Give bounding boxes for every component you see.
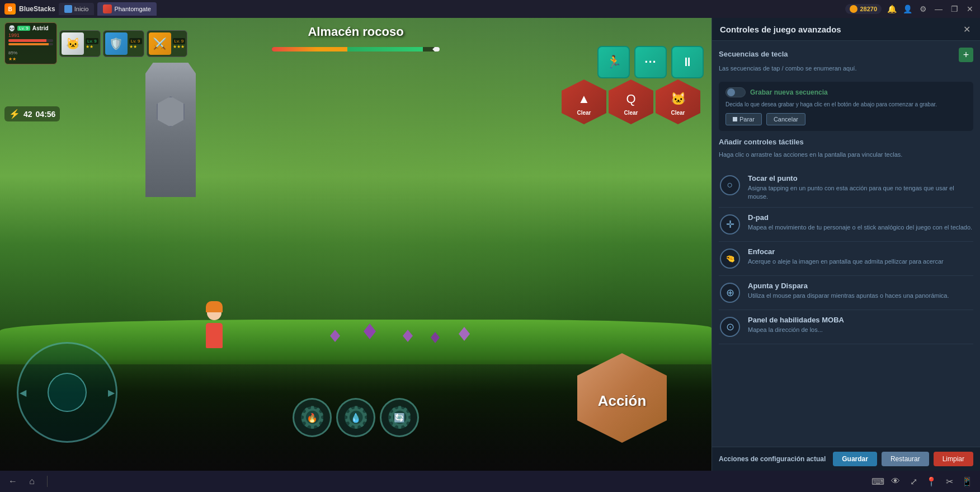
record-toggle[interactable]: [725, 87, 746, 97]
section-keys-title: Secuencias de tecla: [719, 50, 788, 58]
skull-icon: 💀: [8, 25, 15, 31]
section-touch-title: Añadir controles táctiles: [719, 138, 973, 146]
skill-btn-2[interactable]: ⚙ 💧: [336, 398, 375, 437]
progress-bar-fill2: [347, 47, 423, 51]
skill-gear-1: ⚙: [299, 400, 326, 435]
ally1-avatar: 🐱: [62, 32, 84, 55]
dpad-text: D-pad Mapea el movimiento de tu personaj…: [748, 213, 973, 232]
touch-icon-wrap: ○: [719, 174, 741, 196]
tab-inicio-icon: [64, 5, 72, 13]
tab-inicio[interactable]: Inicio: [59, 3, 95, 15]
hex-buttons-row: ▲ Clear Q Clear 🐱 Clear: [562, 79, 700, 124]
moba-icon-wrap: ⊙: [719, 316, 741, 338]
pause-btn[interactable]: ⏸: [671, 46, 704, 78]
hex-btn-3[interactable]: 🐱 Clear: [656, 79, 700, 124]
hex-btn-1[interactable]: ▲ Clear: [562, 79, 606, 124]
settings-btn[interactable]: ⚙: [917, 3, 929, 15]
focus-desc: Acerque o aleje la imagen en pantalla qu…: [748, 257, 973, 266]
ally3-stars: ★★★: [173, 44, 186, 49]
teal-btns-row: 🏃 ··· ⏸: [597, 46, 704, 78]
aim-icon-wrap: ⊕: [719, 282, 741, 304]
guardar-btn[interactable]: Guardar: [833, 452, 877, 466]
profile-btn[interactable]: 👤: [902, 3, 913, 15]
record-toggle-row: Grabar nueva secuencia: [725, 87, 967, 97]
game-area[interactable]: 💀 Lv. 9 Astrid 1991 85% ★★ 🐱: [0, 18, 712, 471]
hex-btn-2[interactable]: Q Clear: [609, 79, 653, 124]
chat-btn[interactable]: ···: [634, 46, 667, 78]
ally2-avatar: 🛡️: [105, 32, 128, 55]
focus-icon-wrap: 🤏: [719, 247, 741, 270]
home-btn[interactable]: ⌂: [26, 475, 38, 488]
progress-bar-container: [272, 47, 440, 51]
control-item-touch: ○ Tocar el punto Asigna tapping en un pu…: [719, 168, 973, 208]
restaurar-btn[interactable]: Restaurar: [882, 452, 929, 466]
location-btn[interactable]: 📍: [925, 475, 937, 488]
cancel-btn[interactable]: Cancelar: [766, 113, 805, 125]
astrid-hp-val: 1991: [8, 32, 53, 38]
maximize-btn[interactable]: ❐: [949, 3, 960, 15]
skill-btn-3[interactable]: ⚙ 🔄: [380, 398, 419, 437]
section-keys: Secuencias de tecla + Las secuencias de …: [719, 48, 973, 73]
hex-btn-1-label: Clear: [562, 110, 606, 116]
tab-game[interactable]: Phantomgate: [97, 2, 156, 16]
right-panel: Controles de juego avanzados ✕ Secuencia…: [712, 18, 980, 471]
panel-header: Controles de juego avanzados ✕: [712, 18, 980, 41]
aim-icon: ⊕: [720, 283, 740, 303]
run-btn[interactable]: 🏃: [597, 46, 630, 78]
ally2-card: 🛡️ Lv. 9 ★★: [103, 30, 144, 57]
footer-config-title: Acciones de configuración actual: [719, 455, 826, 463]
pause-icon: ⏸: [681, 55, 694, 69]
expand-btn[interactable]: ⤢: [907, 475, 920, 488]
stone-monolith: [145, 63, 196, 197]
panel-close-btn[interactable]: ✕: [961, 24, 972, 35]
joystick-right-arrow: ▶: [108, 387, 115, 398]
hex-btn-3-label: Clear: [656, 110, 700, 116]
keyboard-btn[interactable]: ⌨: [871, 475, 884, 488]
game-timer: 04:56: [36, 110, 56, 119]
main-content: 💀 Lv. 9 Astrid 1991 85% ★★ 🐱: [0, 18, 980, 471]
panel-footer: Acciones de configuración actual Guardar…: [712, 447, 980, 471]
joystick-outer[interactable]: [17, 342, 117, 443]
touch-text: Tocar el punto Asigna tapping en un punt…: [748, 174, 973, 202]
skill-gear-3: ⚙: [386, 400, 413, 435]
lightning-icon: ⚡: [9, 109, 20, 119]
control-item-focus: 🤏 Enfocar Acerque o aleje la imagen en p…: [719, 242, 973, 276]
ally2-level: Lv. 9: [129, 38, 142, 44]
progress-diamond: [432, 47, 440, 51]
record-buttons: Parar Cancelar: [725, 113, 967, 125]
taskbar-right: ⌨ 👁 ⤢ 📍 ✂ 📱: [871, 475, 973, 488]
back-btn[interactable]: ←: [7, 475, 19, 488]
notification-btn[interactable]: 🔔: [886, 3, 897, 15]
title-bar: B BlueStacks Inicio Phantomgate 28270 🔔 …: [0, 0, 980, 18]
joystick-area[interactable]: ◀ ▶: [17, 342, 117, 443]
joystick-inner[interactable]: [48, 373, 87, 412]
joystick-left-arrow: ◀: [20, 387, 26, 398]
eye-btn[interactable]: 👁: [889, 475, 902, 488]
char-hair: [206, 301, 223, 312]
focus-icon: 🤏: [720, 249, 740, 269]
tab-game-icon: [103, 4, 112, 13]
stop-btn[interactable]: Parar: [725, 113, 762, 125]
title-bar-right: 28270 🔔 👤 ⚙ — ❐ ✕: [845, 3, 976, 15]
coin-icon: [850, 5, 858, 13]
section-touch-desc: Haga clic o arrastre las acciones en la …: [719, 151, 973, 159]
bluestacks-logo: B: [4, 3, 16, 15]
moba-text: Panel de habilidades MOBA Mapea la direc…: [748, 316, 973, 334]
ally3-avatar: ⚔️: [149, 32, 171, 55]
scissors-btn[interactable]: ✂: [943, 475, 955, 488]
limpiar-btn[interactable]: Limpiar: [934, 452, 973, 466]
char-body: [206, 323, 223, 348]
astrid-mana-fill: [8, 43, 49, 45]
skill-btn-1[interactable]: ⚙ 🔥: [293, 398, 332, 437]
aim-title: Apunta y Dispara: [748, 282, 973, 290]
bottom-taskbar: ← ⌂ ⌨ 👁 ⤢ 📍 ✂ 📱: [0, 471, 980, 492]
ally3-card: ⚔️ Lv. 9 ★★★: [147, 30, 188, 57]
touch-point-icon: ○: [720, 175, 740, 195]
hud-top: 💀 Lv. 9 Astrid 1991 85% ★★ 🐱: [4, 22, 187, 64]
game-title: Almacén rocoso: [308, 25, 403, 39]
mobile-btn[interactable]: 📱: [961, 475, 973, 488]
close-btn[interactable]: ✕: [964, 3, 976, 15]
add-sequence-btn[interactable]: +: [959, 48, 973, 62]
aim-desc: Utiliza el mouse para disparar mientras …: [748, 292, 973, 300]
minimize-btn[interactable]: —: [933, 3, 944, 15]
